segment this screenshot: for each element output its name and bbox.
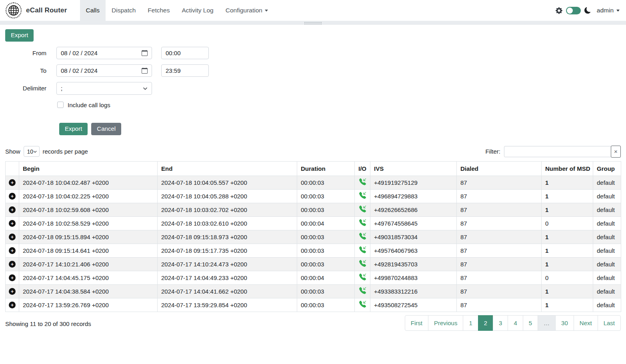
expand-row-button[interactable]: + — [9, 302, 16, 308]
to-time-input[interactable] — [161, 64, 209, 77]
page-3-button[interactable]: 3 — [493, 315, 508, 331]
export-toggle-button[interactable]: Export — [5, 29, 34, 42]
io-cell — [355, 176, 370, 189]
chevron-down-icon — [33, 150, 37, 154]
page-first-button[interactable]: First — [405, 315, 428, 331]
page-previous-button[interactable]: Previous — [428, 315, 463, 331]
header-msd[interactable]: Number of MSD — [542, 161, 593, 176]
nav-tab-dispatch[interactable]: Dispatch — [106, 0, 142, 21]
end-cell: 2024-07-18 10:03:02.610 +0200 — [158, 216, 297, 230]
nav-tab-fetches[interactable]: Fetches — [142, 0, 176, 21]
to-date-value: 08 / 02 / 2024 — [61, 67, 98, 74]
expand-row-button[interactable]: + — [9, 220, 16, 227]
clear-filter-button[interactable]: × — [611, 146, 621, 158]
duration-cell: 00:00:03 — [297, 176, 355, 189]
cancel-button[interactable]: Cancel — [91, 123, 121, 135]
table-header-row: Begin End Duration I/O IVS Dialed Number… — [6, 161, 621, 176]
page-last-button[interactable]: Last — [598, 315, 621, 331]
duration-cell: 00:00:03 — [297, 284, 355, 298]
header-end[interactable]: End — [158, 161, 297, 176]
msd-cell: 1 — [542, 176, 593, 189]
header-io[interactable]: I/O — [355, 161, 370, 176]
theme-toggle[interactable] — [566, 7, 581, 14]
expand-row-button[interactable]: + — [9, 247, 16, 254]
group-cell: default — [593, 216, 621, 230]
from-row: From 08 / 02 / 2024 — [5, 47, 621, 59]
end-cell: 2024-07-17 14:10:24.473 +0200 — [158, 257, 297, 271]
group-cell: default — [593, 203, 621, 216]
header-duration[interactable]: Duration — [297, 161, 355, 176]
to-date-input[interactable]: 08 / 02 / 2024 — [56, 64, 152, 77]
nav-tab-activity-log[interactable]: Activity Log — [176, 0, 219, 21]
gear-icon[interactable] — [556, 7, 562, 14]
io-cell — [355, 216, 370, 230]
msd-cell: 1 — [542, 203, 593, 216]
calendar-icon[interactable] — [142, 68, 148, 74]
page-30-button[interactable]: 30 — [555, 315, 574, 331]
incoming-call-icon — [359, 219, 366, 226]
incoming-call-icon — [359, 246, 366, 253]
begin-cell: 2024-07-18 09:15:15.894 +0200 — [19, 230, 158, 244]
delimiter-select[interactable]: ; — [56, 82, 152, 95]
header-dialed[interactable]: Dialed — [457, 161, 542, 176]
nav-tab-configuration[interactable]: Configuration — [220, 0, 274, 21]
page-4-button[interactable]: 4 — [508, 315, 523, 331]
expand-row-button[interactable]: + — [9, 261, 16, 268]
chevron-down-icon — [616, 10, 620, 12]
header-group[interactable]: Group — [593, 161, 621, 176]
expand-row-button[interactable]: + — [9, 288, 16, 295]
main-content: Export From 08 / 02 / 2024 To 08 / 02 / … — [0, 25, 626, 331]
user-menu[interactable]: admin — [597, 7, 620, 14]
user-name: admin — [597, 7, 614, 14]
expand-row-button[interactable]: + — [9, 274, 16, 281]
page-1-button[interactable]: 1 — [463, 315, 478, 331]
dialed-cell: 87 — [457, 257, 542, 271]
page-size-select[interactable]: 10 — [24, 146, 40, 157]
to-row: To 08 / 02 / 2024 — [5, 64, 621, 77]
ivs-cell: +495764067963 — [370, 244, 457, 257]
begin-cell: 2024-07-17 14:04:45.175 +0200 — [19, 271, 158, 284]
page-5-button[interactable]: 5 — [523, 315, 538, 331]
brand: eCall Router — [3, 0, 70, 21]
table-row: + 2024-07-17 14:10:21.406 +0200 2024-07-… — [6, 257, 621, 271]
begin-cell: 2024-07-18 10:02:59.608 +0200 — [19, 203, 158, 216]
table-row: + 2024-07-18 10:02:58.529 +0200 2024-07-… — [6, 216, 621, 230]
io-cell — [355, 203, 370, 216]
calendar-icon[interactable] — [142, 50, 148, 56]
table-controls: Show 10 records per page Filter: × — [5, 146, 621, 158]
io-cell — [355, 284, 370, 298]
header-begin[interactable]: Begin — [19, 161, 158, 176]
end-cell: 2024-07-17 14:04:41.662 +0200 — [158, 284, 297, 298]
grip-dots-icon — [304, 22, 322, 24]
io-cell — [355, 298, 370, 312]
expand-row-button[interactable]: + — [9, 206, 16, 213]
chevron-down-icon — [143, 86, 148, 91]
page-next-button[interactable]: Next — [574, 315, 598, 331]
include-call-logs-label: Include call logs — [68, 102, 110, 108]
page-2-button[interactable]: 2 — [478, 315, 493, 331]
filter-input[interactable] — [504, 146, 611, 157]
begin-cell: 2024-07-17 14:10:21.406 +0200 — [19, 257, 158, 271]
from-label: From — [5, 50, 46, 56]
incoming-call-icon — [359, 178, 366, 185]
expand-row-button[interactable]: + — [9, 179, 16, 186]
duration-cell: 00:00:03 — [297, 189, 355, 203]
delimiter-row: Delimiter ; — [5, 82, 621, 95]
export-form-buttons: Export Cancel — [5, 123, 621, 135]
header-ivs[interactable]: IVS — [370, 161, 457, 176]
from-time-input[interactable] — [161, 47, 209, 59]
incoming-call-icon — [359, 274, 366, 280]
filter-group: Filter: × — [486, 146, 621, 158]
include-call-logs-checkbox[interactable] — [57, 102, 64, 108]
panel-resize-handle[interactable] — [0, 21, 626, 25]
from-date-input[interactable]: 08 / 02 / 2024 — [56, 47, 152, 59]
expand-row-button[interactable]: + — [9, 234, 16, 240]
io-cell — [355, 189, 370, 203]
ivs-cell: +492819435703 — [370, 257, 457, 271]
begin-cell: 2024-07-18 10:04:02.487 +0200 — [19, 176, 158, 189]
export-submit-button[interactable]: Export — [59, 123, 88, 135]
page-ellipsis-button: … — [538, 315, 556, 331]
navbar: eCall Router Calls Dispatch Fetches Acti… — [0, 0, 626, 21]
nav-tab-calls[interactable]: Calls — [80, 0, 106, 21]
expand-row-button[interactable]: + — [9, 193, 16, 200]
